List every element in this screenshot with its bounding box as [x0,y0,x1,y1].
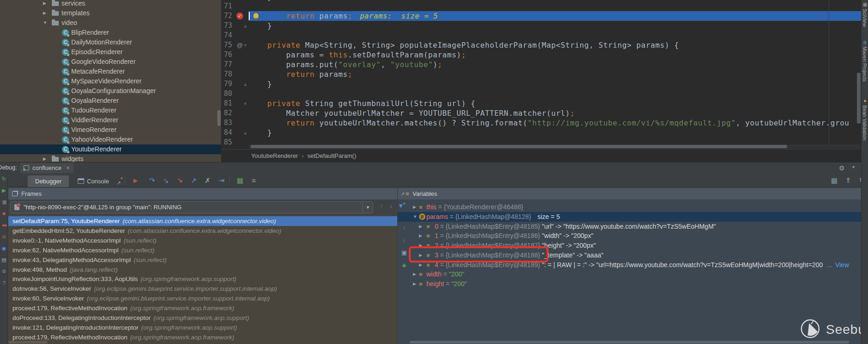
variable-row[interactable]: ▶≡2 = {LinkedHashMap$Entry@48187} "heigh… [398,241,861,250]
resume-icon[interactable]: ▶ [0,187,8,194]
editor-vertical-scrollbar[interactable] [857,73,861,124]
fold-marker-icon[interactable]: ▿ [244,40,246,50]
step-into-icon[interactable]: ↘ [161,176,171,185]
breadcrumb-method[interactable]: setDefaultParam() [308,152,356,159]
tree-item-yahoovideorenderer[interactable]: CYahooVideoRenderer [0,135,221,144]
tool-tab-maven-projects[interactable]: mMaven Projects [862,41,868,81]
tree-item-ooyalaconfigurationmanager[interactable]: COoyalaConfigurationManager [0,86,221,96]
collapse-all-icon[interactable]: ⇑ [843,176,853,185]
restore-layout-icon[interactable]: ▦ [829,176,839,185]
tree-expand-icon[interactable]: ▶ [419,250,422,260]
tree-item-googlevideorenderer[interactable]: CGoogleVideoRenderer [0,57,221,67]
restore-layout-icon[interactable]: ▤ [0,256,8,263]
scrollbar-thumb[interactable] [251,145,787,148]
rerun-icon[interactable]: ↻ [0,175,8,182]
tree-expand-icon[interactable]: ▶ [419,260,422,270]
variable-row[interactable]: ▶≡3 = {LinkedHashMap$Entry@48188} "_temp… [398,250,861,260]
stack-frame[interactable]: doProceed:133, DelegatingIntroductionInt… [8,313,397,323]
pause-icon[interactable]: ▮▮ [0,199,8,205]
code-editor[interactable]: }7172✓ return params;params: size = 573▵… [221,0,861,162]
breakpoint-icon[interactable]: ✓ [236,13,243,19]
stack-frame[interactable]: setDefaultParam:75, YoutubeRenderer(com.… [8,216,397,226]
stack-frame[interactable]: invoke:43, DelegatingMethodAccessorImpl(… [8,255,397,265]
tree-expand-icon[interactable]: ▶ [419,222,422,231]
tree-item-youtuberenderer[interactable]: CYoutubeRenderer [0,144,221,154]
view-value-link[interactable]: View [835,261,849,269]
variable-row[interactable]: ▼pparams = {LinkedHashMap@48128} size = … [398,212,861,222]
tree-item-templates[interactable]: ▶templates [0,8,221,18]
tree-collapse-icon[interactable]: ▼ [413,212,417,222]
fold-marker-icon[interactable]: ▵ [244,21,246,31]
evaluate-expression-icon[interactable]: ▦ [235,176,245,185]
breadcrumb-class[interactable]: YoutubeRenderer [251,152,298,159]
tree-expand-icon[interactable]: ▶ [413,269,416,279]
fold-marker-icon[interactable]: ▵ [244,79,246,89]
variable-row[interactable]: ▶≡height = "200" [398,279,861,289]
fold-marker-icon[interactable]: ▿ [244,99,246,108]
float-panel-icon[interactable]: ↗ [400,188,405,200]
thread-dump-icon[interactable]: ◉ [0,245,8,251]
thread-selector[interactable]: "http-nio-8090-exec-2"@48,125 in group "… [10,201,373,213]
frames-list[interactable]: setDefaultParam:75, YoutubeRenderer(com.… [8,215,397,344]
step-out-icon[interactable]: ↗ [189,176,199,185]
next-frame-icon[interactable]: ↓ [387,202,396,209]
tree-expand-icon[interactable]: ▶ [43,154,46,162]
tree-expand-icon[interactable]: ▶ [413,202,416,212]
fold-marker-icon[interactable]: ▵ [244,128,246,138]
show-execution-point-icon[interactable]: ► [130,176,141,185]
tree-item-bliprenderer[interactable]: CBlipRenderer [0,28,221,38]
code-area[interactable]: }7172✓ return params;params: size = 573▵… [221,0,861,144]
settings-layout-icon[interactable]: ≡ [249,176,259,185]
stack-frame[interactable]: invoke:60, ServiceInvoker(org.eclipse.ge… [8,294,397,303]
tree-item-widgets[interactable]: ▶widgets [0,154,221,162]
hide-library-frames-icon[interactable]: ▼ [396,202,406,209]
tree-expand-icon[interactable]: ▶ [413,279,416,289]
hide-tool-window-icon[interactable]: ▾ [852,164,855,169]
variable-row[interactable]: ▶≡width = "200" [398,269,861,279]
tree-expand-icon[interactable]: ▶ [43,8,46,18]
tree-item-myspacevideorenderer[interactable]: CMySpaceVideoRenderer [0,76,221,86]
variable-row[interactable]: ▶≡4 = {LinkedHashMap$Entry@48189} ": = |… [398,260,861,270]
variables-panel[interactable]: Seebug +−↑↓▣◈▶≡this = {YoutubeRenderer@4… [398,200,861,344]
close-icon[interactable]: × [67,165,70,171]
view-breakpoints-icon[interactable]: ●● [0,222,8,228]
tree-scrollbar[interactable] [217,110,221,126]
stack-frame[interactable]: invoke:121, DelegatingIntroductionInterc… [8,323,397,332]
tab-console[interactable]: Console ↗ [78,175,109,187]
run-to-cursor-icon[interactable]: ⇥ [216,176,227,185]
history-icon[interactable]: ↻ [857,176,861,185]
gear-icon[interactable]: ⚙ [839,164,845,172]
chevron-down-icon[interactable]: ▼ [363,202,373,213]
tree-item-tudourenderer[interactable]: CTudouRenderer [0,106,221,115]
tree-item-ooyalarenderer[interactable]: COoyalaRenderer [0,96,221,106]
tab-debugger[interactable]: Debugger [28,175,69,187]
drop-frame-icon[interactable]: ✗ [203,176,213,185]
tree-expand-icon[interactable]: ▶ [419,231,422,241]
variable-row[interactable]: ▶≡this = {YoutubeRenderer@46488} [398,202,861,212]
open-in-new-window-icon[interactable]: ↗ [117,177,121,189]
variable-row[interactable]: ▶≡1 = {LinkedHashMap$Entry@48186} "width… [398,231,861,241]
stack-frame[interactable]: invoke:62, NativeMethodAccessorImpl(sun.… [8,245,397,255]
debug-session-tab[interactable]: confluence × [20,163,74,173]
help-icon[interactable]: ? [0,280,8,286]
tree-collapse-icon[interactable]: ▼ [43,18,47,28]
tree-item-metacaferenderer[interactable]: CMetacafeRenderer [0,67,221,76]
mute-breakpoints-icon[interactable]: ⊘ [0,233,8,240]
force-step-into-icon[interactable]: ↘ [175,176,185,185]
tree-item-services[interactable]: ▶services [0,0,221,8]
stack-frame[interactable]: invokeJoinpointUsingReflection:333, AopU… [8,274,397,284]
variable-row[interactable]: ▶≡0 = {LinkedHashMap$Entry@48185} "url" … [398,222,861,231]
tree-item-episodicrenderer[interactable]: CEpisodicRenderer [0,47,221,57]
stack-frame[interactable]: invoke0:-1, NativeMethodAccessorImpl(sun… [8,236,397,245]
project-tree[interactable]: ▶services▶templates▼videoCBlipRendererCD… [0,0,221,162]
stack-frame[interactable]: getEmbeddedHtml:52, YoutubeRenderer(com.… [8,226,397,236]
prev-frame-icon[interactable]: ↑ [377,202,386,209]
variables-horizontal-scrollbar[interactable] [410,341,849,344]
editor-horizontal-scrollbar[interactable] [249,144,860,149]
step-over-icon[interactable]: ↷ [147,176,157,185]
stack-frame[interactable]: invoke:498, Method(java.lang.reflect) [8,265,397,275]
tool-tab-sciview[interactable]: ▦SciView [862,2,868,27]
stop-icon[interactable]: ■ [0,210,8,217]
tree-expand-icon[interactable]: ▶ [419,241,422,250]
stack-frame[interactable]: proceed:179, ReflectiveMethodInvocation(… [8,303,397,313]
